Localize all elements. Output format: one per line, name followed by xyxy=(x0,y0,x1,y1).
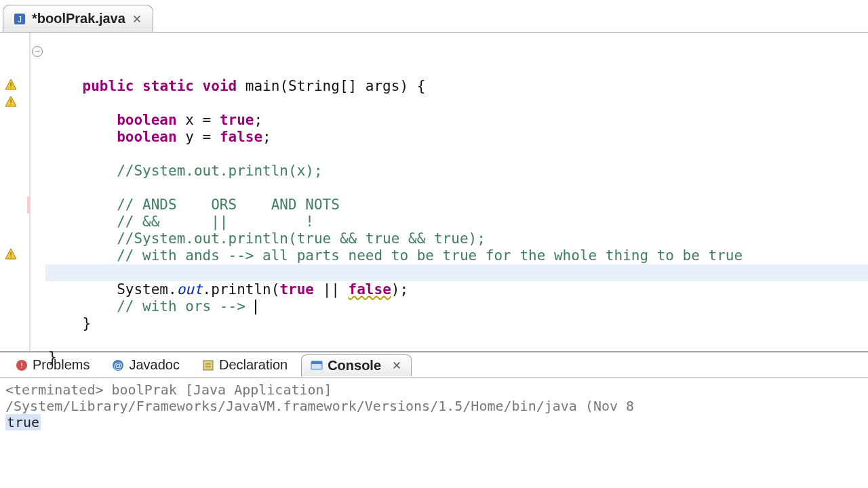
code-comment: //System.out.println(true && true && tru… xyxy=(117,230,486,247)
java-file-icon: J xyxy=(13,12,26,26)
svg-text:!: ! xyxy=(9,81,12,89)
editor-area: J *boolPrak.java ! ! ! − public stati xyxy=(0,0,868,352)
code-token: ; xyxy=(262,129,271,145)
code-token: main(String[] args) { xyxy=(237,78,425,94)
code-token: } xyxy=(83,315,92,331)
problems-icon: ! xyxy=(15,359,28,372)
editor-tab[interactable]: J *boolPrak.java xyxy=(3,5,153,32)
svg-text:!: ! xyxy=(9,251,12,259)
code-container: ! ! ! − public static void main(String[]… xyxy=(0,33,868,351)
code-comment: // ANDS ORS AND NOTS xyxy=(117,197,340,213)
code-token: boolean xyxy=(117,129,177,145)
code-token: static xyxy=(142,78,194,94)
code-token: System. xyxy=(117,281,177,298)
console-output: true xyxy=(5,414,41,430)
svg-text:!: ! xyxy=(9,98,12,106)
code-token: || xyxy=(314,281,349,298)
close-icon[interactable] xyxy=(131,13,143,25)
code-comment: // with ands --> all parts need to be tr… xyxy=(117,247,743,264)
code-token: false xyxy=(220,129,262,145)
code-token: false xyxy=(349,281,391,298)
code-token: true xyxy=(220,112,254,128)
svg-text:!: ! xyxy=(20,361,22,369)
code-token: ); xyxy=(391,281,408,298)
text-cursor xyxy=(255,300,256,314)
code-token: .println( xyxy=(203,281,280,298)
editor-tab-bar: J *boolPrak.java xyxy=(0,0,868,33)
code-token: boolean xyxy=(117,112,177,128)
code-token: void xyxy=(203,78,237,94)
warning-icon[interactable]: ! xyxy=(4,95,18,108)
code-token: public xyxy=(83,78,134,94)
warning-icon[interactable]: ! xyxy=(4,247,18,261)
svg-text:J: J xyxy=(18,15,22,24)
warning-icon[interactable]: ! xyxy=(4,78,18,92)
code-comment: // with ors --> xyxy=(117,298,254,314)
code-token: out xyxy=(177,281,203,298)
marker-gutter: ! ! ! xyxy=(0,33,31,351)
fold-gutter: − xyxy=(31,33,45,351)
code-token: true xyxy=(279,281,314,298)
code-token: x = xyxy=(177,112,220,128)
code-token: ; xyxy=(254,112,262,128)
code-comment: //System.out.println(x); xyxy=(117,163,322,179)
code-editor[interactable]: public static void main(String[] args) {… xyxy=(45,33,868,351)
code-comment: // && || ! xyxy=(117,214,314,230)
code-token: y = xyxy=(177,129,220,145)
fold-minus-icon[interactable]: − xyxy=(32,46,43,57)
code-token: } xyxy=(48,349,57,365)
editor-tab-title: *boolPrak.java xyxy=(32,11,125,26)
